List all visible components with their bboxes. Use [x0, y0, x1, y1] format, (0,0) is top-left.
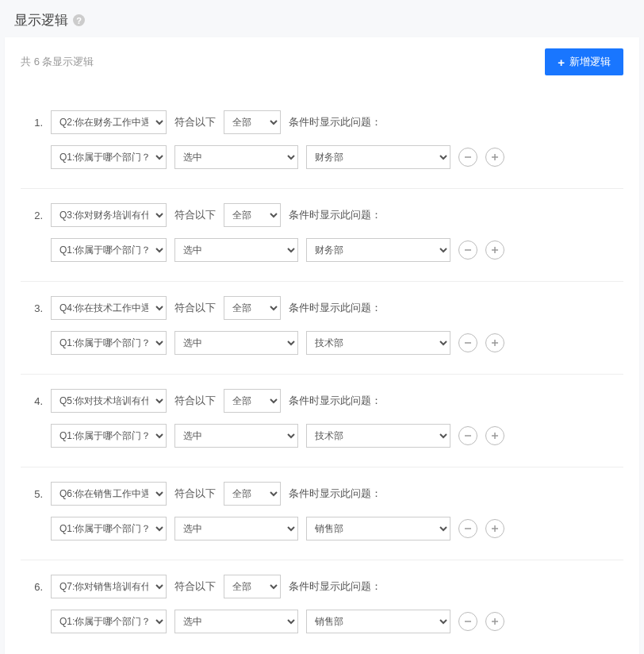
rule-condition-row: Q1:你属于哪个部门？ 选中 财务部	[21, 238, 623, 262]
scope-select[interactable]: 全部	[224, 110, 281, 134]
minus-icon	[464, 339, 472, 347]
conditions-show-label: 条件时显示此问题：	[289, 579, 381, 594]
rule-index: 2.	[21, 210, 43, 221]
condition-question-select[interactable]: Q1:你属于哪个部门？	[51, 610, 167, 633]
meets-following-label: 符合以下	[174, 208, 216, 222]
rule-count-label: 共 6 条显示逻辑	[21, 55, 94, 69]
conditions-show-label: 条件时显示此问题：	[289, 115, 381, 129]
plus-icon	[491, 246, 499, 254]
value-select[interactable]: 财务部	[306, 145, 450, 169]
meets-following-label: 符合以下	[174, 115, 216, 129]
rule-item: 6. Q7:你对销售培训有什 符合以下 全部 条件时显示此问题： Q1:你属于哪…	[21, 560, 623, 652]
target-question-select[interactable]: Q5:你对技术培训有什	[51, 389, 167, 413]
plus-icon	[491, 153, 499, 161]
remove-condition-button[interactable]	[458, 333, 477, 352]
rule-header-row: 2. Q3:你对财务培训有什 符合以下 全部 条件时显示此问题：	[21, 203, 623, 227]
plus-icon	[491, 339, 499, 347]
scope-select[interactable]: 全部	[224, 296, 281, 320]
value-select[interactable]: 销售部	[306, 610, 450, 633]
help-icon[interactable]: ?	[73, 14, 85, 26]
add-condition-button[interactable]	[485, 612, 504, 631]
remove-condition-button[interactable]	[458, 519, 477, 538]
condition-question-select[interactable]: Q1:你属于哪个部门？	[51, 424, 167, 448]
scope-select[interactable]: 全部	[224, 482, 281, 506]
target-question-select[interactable]: Q6:你在销售工作中遇	[51, 482, 167, 506]
value-select[interactable]: 财务部	[306, 238, 450, 262]
condition-question-select[interactable]: Q1:你属于哪个部门？	[51, 238, 167, 262]
rule-condition-row: Q1:你属于哪个部门？ 选中 技术部	[21, 331, 623, 355]
rule-index: 4.	[21, 395, 43, 407]
meets-following-label: 符合以下	[174, 579, 216, 594]
condition-question-select[interactable]: Q1:你属于哪个部门？	[51, 331, 167, 355]
page-title: 显示逻辑	[14, 11, 68, 29]
value-select[interactable]: 销售部	[306, 517, 450, 541]
rule-index: 1.	[21, 117, 43, 129]
operator-select[interactable]: 选中	[174, 238, 298, 262]
add-rule-label: 新增逻辑	[569, 55, 611, 69]
target-question-select[interactable]: Q4:你在技术工作中遇	[51, 296, 167, 320]
rule-condition-row: Q1:你属于哪个部门？ 选中 财务部	[21, 145, 623, 169]
condition-question-select[interactable]: Q1:你属于哪个部门？	[51, 145, 167, 169]
remove-condition-button[interactable]	[458, 426, 477, 445]
rule-index: 5.	[21, 488, 43, 500]
rule-header-row: 6. Q7:你对销售培训有什 符合以下 全部 条件时显示此问题：	[21, 575, 623, 598]
operator-select[interactable]: 选中	[174, 145, 298, 169]
rule-item: 1. Q2:你在财务工作中遇 符合以下 全部 条件时显示此问题： Q1:你属于哪…	[21, 96, 623, 189]
panel-top-bar: 共 6 条显示逻辑 + 新增逻辑	[21, 48, 623, 75]
remove-condition-button[interactable]	[458, 612, 477, 631]
rule-item: 5. Q6:你在销售工作中遇 符合以下 全部 条件时显示此问题： Q1:你属于哪…	[21, 467, 623, 560]
rule-item: 4. Q5:你对技术培训有什 符合以下 全部 条件时显示此问题： Q1:你属于哪…	[21, 375, 623, 467]
rule-header-row: 5. Q6:你在销售工作中遇 符合以下 全部 条件时显示此问题：	[21, 482, 623, 506]
rule-index: 3.	[21, 302, 43, 314]
operator-select[interactable]: 选中	[174, 517, 298, 541]
target-question-select[interactable]: Q7:你对销售培训有什	[51, 575, 167, 598]
value-select[interactable]: 技术部	[306, 331, 450, 355]
conditions-show-label: 条件时显示此问题：	[289, 208, 381, 222]
minus-icon	[464, 617, 472, 625]
operator-select[interactable]: 选中	[174, 331, 298, 355]
target-question-select[interactable]: Q2:你在财务工作中遇	[51, 110, 167, 134]
rule-header-row: 3. Q4:你在技术工作中遇 符合以下 全部 条件时显示此问题：	[21, 296, 623, 320]
add-condition-button[interactable]	[485, 148, 504, 167]
add-condition-button[interactable]	[485, 240, 504, 260]
remove-condition-button[interactable]	[458, 148, 477, 167]
scope-select[interactable]: 全部	[224, 389, 281, 413]
plus-icon	[491, 525, 499, 533]
minus-icon	[464, 246, 472, 254]
conditions-show-label: 条件时显示此问题：	[289, 487, 381, 501]
rule-condition-row: Q1:你属于哪个部门？ 选中 技术部	[21, 424, 623, 448]
scope-select[interactable]: 全部	[224, 575, 281, 598]
plus-icon: +	[558, 56, 565, 68]
rule-index: 6.	[21, 581, 43, 593]
scope-select[interactable]: 全部	[224, 203, 281, 227]
target-question-select[interactable]: Q3:你对财务培训有什	[51, 203, 167, 227]
minus-icon	[464, 525, 472, 533]
rule-condition-row: Q1:你属于哪个部门？ 选中 销售部	[21, 517, 623, 541]
rule-header-row: 4. Q5:你对技术培训有什 符合以下 全部 条件时显示此问题：	[21, 389, 623, 413]
rules-list: 1. Q2:你在财务工作中遇 符合以下 全部 条件时显示此问题： Q1:你属于哪…	[21, 96, 623, 652]
minus-icon	[464, 432, 472, 440]
operator-select[interactable]: 选中	[174, 424, 298, 448]
rule-item: 3. Q4:你在技术工作中遇 符合以下 全部 条件时显示此问题： Q1:你属于哪…	[21, 282, 623, 375]
conditions-show-label: 条件时显示此问题：	[289, 301, 381, 315]
page-header: 显示逻辑 ?	[0, 0, 644, 37]
meets-following-label: 符合以下	[174, 301, 216, 315]
meets-following-label: 符合以下	[174, 394, 216, 408]
conditions-show-label: 条件时显示此问题：	[289, 394, 381, 408]
meets-following-label: 符合以下	[174, 487, 216, 501]
add-rule-button[interactable]: + 新增逻辑	[545, 48, 623, 75]
condition-question-select[interactable]: Q1:你属于哪个部门？	[51, 517, 167, 541]
add-condition-button[interactable]	[485, 333, 504, 352]
remove-condition-button[interactable]	[458, 240, 477, 260]
operator-select[interactable]: 选中	[174, 610, 298, 633]
logic-panel: 共 6 条显示逻辑 + 新增逻辑 1. Q2:你在财务工作中遇 符合以下 全部 …	[5, 37, 639, 654]
plus-icon	[491, 617, 499, 625]
add-condition-button[interactable]	[485, 519, 504, 538]
add-condition-button[interactable]	[485, 426, 504, 445]
minus-icon	[464, 153, 472, 161]
plus-icon	[491, 432, 499, 440]
rule-condition-row: Q1:你属于哪个部门？ 选中 销售部	[21, 610, 623, 633]
rule-header-row: 1. Q2:你在财务工作中遇 符合以下 全部 条件时显示此问题：	[21, 110, 623, 134]
rule-item: 2. Q3:你对财务培训有什 符合以下 全部 条件时显示此问题： Q1:你属于哪…	[21, 189, 623, 282]
value-select[interactable]: 技术部	[306, 424, 450, 448]
